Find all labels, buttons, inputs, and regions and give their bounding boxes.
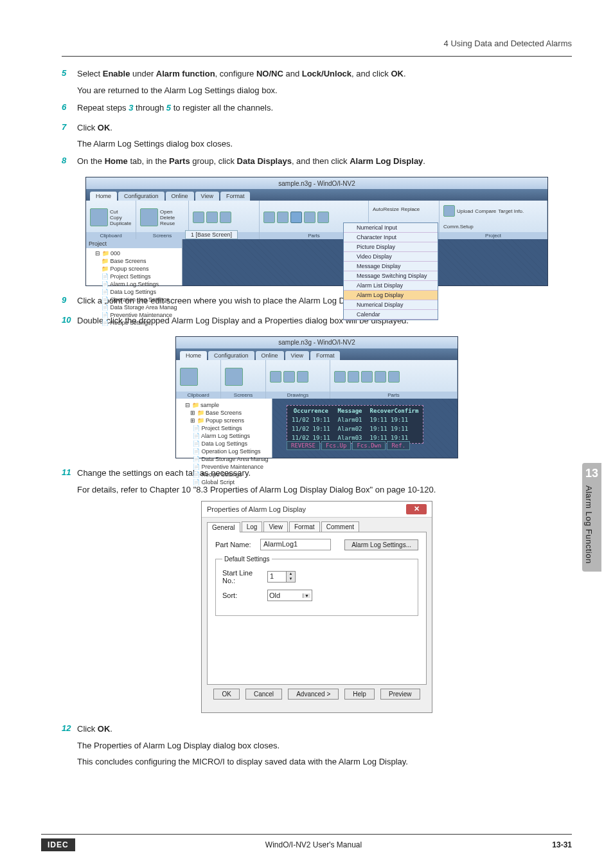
shapes2-icon[interactable]	[270, 371, 281, 383]
data-displays-icon[interactable]	[290, 212, 302, 223]
menu-message-switching[interactable]: Message Switching Display	[344, 271, 438, 281]
charts2-icon[interactable]	[375, 371, 386, 383]
rtab-view2[interactable]: View	[285, 351, 309, 360]
help-button[interactable]: Help	[344, 689, 375, 700]
tab-log[interactable]: Log	[242, 521, 263, 532]
text2-icon[interactable]	[297, 371, 308, 383]
default-settings-group: Default Settings Start Line No.: 1▲▼ Sor…	[215, 556, 418, 616]
tab-view[interactable]: View	[263, 521, 288, 532]
rtab-format2[interactable]: Format	[310, 351, 341, 360]
pic2-icon[interactable]	[283, 371, 295, 383]
preview-button[interactable]: Preview	[380, 689, 420, 700]
menu-alarm-list[interactable]: Alarm List Display	[344, 281, 438, 291]
step-7-text: Click OK.	[77, 122, 572, 134]
btn-fcs-dwn[interactable]: Fcs.Dwn	[352, 441, 386, 450]
page-number: 13-31	[552, 840, 572, 849]
new2-icon[interactable]	[225, 368, 243, 386]
app2-title: sample.n3g - WindO/I-NV2	[278, 339, 355, 346]
step-11: 11 Change the settings on each tab as ne…	[62, 467, 572, 482]
alarm-log-settings-button[interactable]: Alarm Log Settings...	[344, 539, 418, 550]
menu-alarm-log-display[interactable]: Alarm Log Display	[344, 291, 438, 300]
step-11-sub: For details, refer to Chapter 10 "8.3 Pr…	[77, 484, 572, 496]
step-5: 5 Select Enable under Alarm function, co…	[62, 68, 572, 83]
sort-label: Sort:	[222, 592, 267, 599]
ribbon-tab-view[interactable]: View	[195, 192, 219, 201]
ribbon-tab-configuration[interactable]: Configuration	[118, 192, 164, 201]
commands-icon[interactable]	[317, 212, 329, 223]
sort-select[interactable]: Old▼	[267, 590, 312, 601]
menu-message-display[interactable]: Message Display	[344, 262, 438, 271]
step-12: 12 Click OK.	[62, 723, 572, 738]
menu-character-input[interactable]: Character Input	[344, 233, 438, 242]
btn-fcs-up[interactable]: Fcs.Up	[321, 441, 351, 450]
ribbon-tab-online[interactable]: Online	[166, 192, 194, 201]
buttons-icon[interactable]	[263, 212, 275, 223]
step-12-num: 12	[62, 723, 77, 738]
menu-numerical-display[interactable]: Numerical Display	[344, 300, 438, 310]
step-11-num: 11	[62, 467, 77, 482]
chevron-down-icon[interactable]: ▼	[286, 577, 295, 582]
paste-icon[interactable]	[90, 208, 108, 226]
lamps2-icon[interactable]	[348, 371, 359, 383]
tab-format[interactable]: Format	[289, 521, 320, 532]
part-buttons: REVERSE Fcs.Up Fcs.Dwn Ref.	[287, 441, 410, 450]
lamps-icon[interactable]	[277, 212, 289, 223]
partname-input[interactable]: AlarmLog1	[260, 539, 331, 550]
paste2-icon[interactable]	[180, 368, 198, 386]
data2-icon[interactable]	[361, 371, 373, 383]
menu-picture-display[interactable]: Picture Display	[344, 242, 438, 252]
menu-numerical-input[interactable]: Numerical Input	[344, 223, 438, 233]
properties-dialog: Properties of Alarm Log Display ✕ Genera…	[201, 501, 432, 713]
picture-icon[interactable]	[206, 212, 218, 223]
header-divider	[62, 56, 572, 57]
advanced-button[interactable]: Advanced >	[288, 689, 339, 700]
dropdown-icon: ▼	[303, 593, 310, 598]
step-8: 8 On the Home tab, in the Parts group, c…	[62, 156, 572, 170]
ok-button[interactable]: OK	[213, 689, 239, 700]
download-icon[interactable]	[443, 205, 455, 217]
step-7-num: 7	[62, 122, 77, 137]
cancel-button[interactable]: Cancel	[245, 689, 282, 700]
tab-general[interactable]: General	[207, 522, 240, 532]
step-12-text: Click OK.	[77, 723, 572, 736]
new-screen-icon[interactable]	[140, 208, 158, 226]
rtab-config2[interactable]: Configuration	[208, 351, 254, 360]
project-tree[interactable]: Project ⊟ 📁 000 📁 Base Screens 📁 Popup s…	[86, 239, 182, 285]
step-6: 6 Repeat steps 3 through 5 to register a…	[62, 102, 572, 117]
chevron-up-icon[interactable]: ▲	[286, 572, 295, 577]
properties-title: Properties of Alarm Log Display	[207, 505, 306, 513]
charts-icon[interactable]	[304, 212, 315, 223]
ribbon-tab-format[interactable]: Format	[220, 192, 251, 201]
project-tree-2[interactable]: ⊟ 📁 sample ⊞ 📁 Base Screens ⊞ 📁 Popup sc…	[176, 399, 272, 458]
step-11-text: Change the settings on each tab as neces…	[77, 467, 572, 480]
ribbon-tab-home[interactable]: Home	[90, 192, 117, 201]
step-10-num: 10	[62, 315, 77, 330]
screenshot-editor-with-part: sample.n3g - WindO/I-NV2 Home Configurat…	[175, 336, 458, 458]
step-7-sub: The Alarm Log Settings dialog box closes…	[77, 138, 572, 150]
footer-title: WindO/I-NV2 User's Manual	[265, 840, 362, 849]
side-tab-number: 13	[584, 467, 600, 480]
step-5-text: Select Enable under Alarm function, conf…	[77, 68, 572, 80]
step-5-sub: You are returned to the Alarm Log Settin…	[77, 85, 572, 97]
cmds2-icon[interactable]	[388, 371, 400, 383]
data-displays-menu[interactable]: Numerical Input Character Input Picture …	[343, 222, 438, 320]
app1-title: sample.n3g - WindO/I-NV2	[278, 180, 355, 187]
text-icon[interactable]	[220, 212, 231, 223]
btn-ref[interactable]: Ref.	[387, 441, 410, 450]
close-icon[interactable]: ✕	[406, 504, 427, 514]
shapes-icon[interactable]	[193, 212, 204, 223]
step-8-text: On the Home tab, in the Parts group, cli…	[77, 156, 572, 168]
start-line-stepper[interactable]: 1▲▼	[267, 571, 296, 583]
rtab-home2[interactable]: Home	[180, 351, 207, 360]
tab-comment[interactable]: Comment	[321, 521, 359, 532]
step-8-num: 8	[62, 156, 77, 170]
btns2-icon[interactable]	[334, 371, 346, 383]
menu-video-display[interactable]: Video Display	[344, 252, 438, 262]
btn-reverse[interactable]: REVERSE	[287, 441, 320, 450]
rtab-online2[interactable]: Online	[256, 351, 284, 360]
menu-calendar[interactable]: Calendar	[344, 310, 438, 320]
step-7: 7 Click OK.	[62, 122, 572, 137]
alarm-log-part[interactable]: OccurrenceMessageRecoverConfirm 11/02 19…	[287, 405, 423, 444]
screenshot-ribbon-droplist: sample.n3g - WindO/I-NV2 Home Configurat…	[85, 177, 548, 286]
screen-tab[interactable]: 1 [Base Screen]	[185, 230, 238, 239]
